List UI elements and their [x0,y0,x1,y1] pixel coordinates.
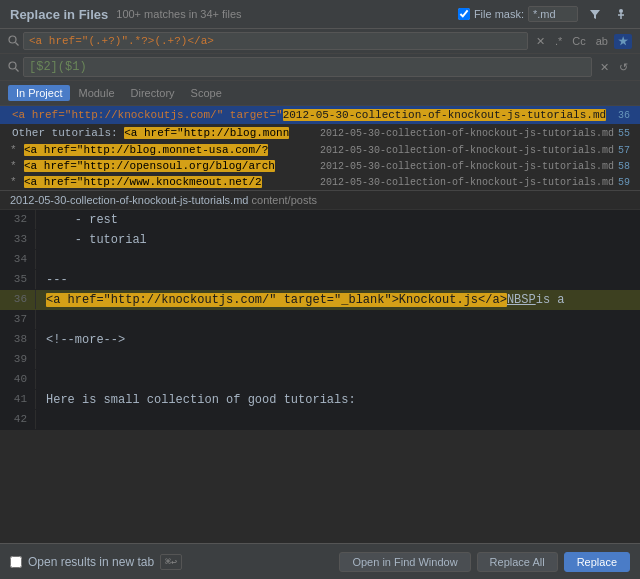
word-toggle-btn[interactable]: ab [592,34,612,48]
replace-all-btn[interactable]: Replace All [477,552,558,572]
code-line-36: 36 <a href="http://knockoutjs.com/" targ… [0,290,640,310]
file-header: 2012-05-30-collection-of-knockout-js-tut… [0,191,640,210]
bottom-bar: Open results in new tab ⌘↩ Open in Find … [0,543,640,579]
svg-point-0 [619,9,623,13]
open-find-window-btn[interactable]: Open in Find Window [339,552,470,572]
clear-find-btn[interactable]: ✕ [532,34,549,49]
open-results-label: Open results in new tab [28,555,154,569]
header-left: Replace in Files 100+ matches in 34+ fil… [10,7,242,22]
filemask-input[interactable] [528,6,578,22]
regex-toggle-btn[interactable]: .* [551,34,566,48]
code-line-32: 32 - rest [0,210,640,230]
svg-line-4 [16,42,19,45]
replace-back-btn[interactable]: ↺ [615,60,632,75]
filemask-checkbox[interactable] [458,8,470,20]
search-icon [8,35,19,46]
result-item[interactable]: * <a href="http://www.knockmeout.net/2 2… [0,174,640,190]
results-list: <a href="http://knockoutjs.com/" target=… [0,106,640,191]
pin-icon [615,8,627,20]
code-line-42: 42 [0,410,640,430]
code-view: 32 - rest 33 - tutorial 34 35 --- 36 <a … [0,210,640,430]
code-line-39: 39 [0,350,640,370]
open-results-checkbox[interactable] [10,556,22,568]
code-line-41: 41 Here is small collection of good tuto… [0,390,640,410]
filter-icon-btn[interactable] [586,7,604,21]
filemask-label[interactable]: File mask: [458,6,578,22]
result-item[interactable]: <a href="http://knockoutjs.com/" target=… [0,106,640,124]
replace-input[interactable] [23,57,592,77]
tab-module[interactable]: Module [70,85,122,101]
svg-point-5 [9,62,16,69]
main-window: Replace in Files 100+ matches in 34+ fil… [0,0,640,543]
find-row: ✕ .* Cc ab ★ [0,29,640,54]
clear-replace-btn[interactable]: ✕ [596,60,613,75]
tab-scope[interactable]: Scope [183,85,230,101]
bottom-right: Open in Find Window Replace All Replace [339,552,630,572]
match-count: 100+ matches in 34+ files [116,8,241,20]
tab-in-project[interactable]: In Project [8,85,70,101]
find-icon [8,35,19,48]
header-bar: Replace in Files 100+ matches in 34+ fil… [0,0,640,29]
code-line-35: 35 --- [0,270,640,290]
svg-line-6 [16,68,19,71]
bottom-left: Open results in new tab ⌘↩ [10,554,182,570]
filemask-text: File mask: [474,8,524,20]
file-name: 2012-05-30-collection-of-knockout-js-tut… [10,194,248,206]
replace-search-icon [8,61,19,72]
result-item[interactable]: * <a href="http://opensoul.org/blog/arch… [0,158,640,174]
code-line-40: 40 [0,370,640,390]
svg-point-3 [9,36,16,43]
file-path: content/posts [252,194,317,206]
scope-tabs: In Project Module Directory Scope [0,81,640,106]
case-toggle-btn[interactable]: Cc [568,34,589,48]
regex-active-btn[interactable]: ★ [614,34,632,49]
replace-icon [8,61,19,74]
result-item[interactable]: Other tutorials: <a href="http://blog.mo… [0,124,640,142]
shortcut-badge: ⌘↩ [160,554,182,570]
pin-icon-btn[interactable] [612,7,630,21]
panel-title: Replace in Files [10,7,108,22]
filter-icon [589,8,601,20]
result-item[interactable]: * <a href="http://blog.monnet-usa.com/? … [0,142,640,158]
code-line-37: 37 [0,310,640,330]
replace-row: ✕ ↺ [0,54,640,81]
replace-actions: ✕ ↺ [596,60,632,75]
code-line-38: 38 <!--more--> [0,330,640,350]
replace-btn[interactable]: Replace [564,552,630,572]
find-actions: ✕ .* Cc ab ★ [532,34,632,49]
tab-directory[interactable]: Directory [123,85,183,101]
code-line-33: 33 - tutorial [0,230,640,250]
find-input[interactable] [23,32,528,50]
header-right: File mask: [458,6,630,22]
code-line-34: 34 [0,250,640,270]
